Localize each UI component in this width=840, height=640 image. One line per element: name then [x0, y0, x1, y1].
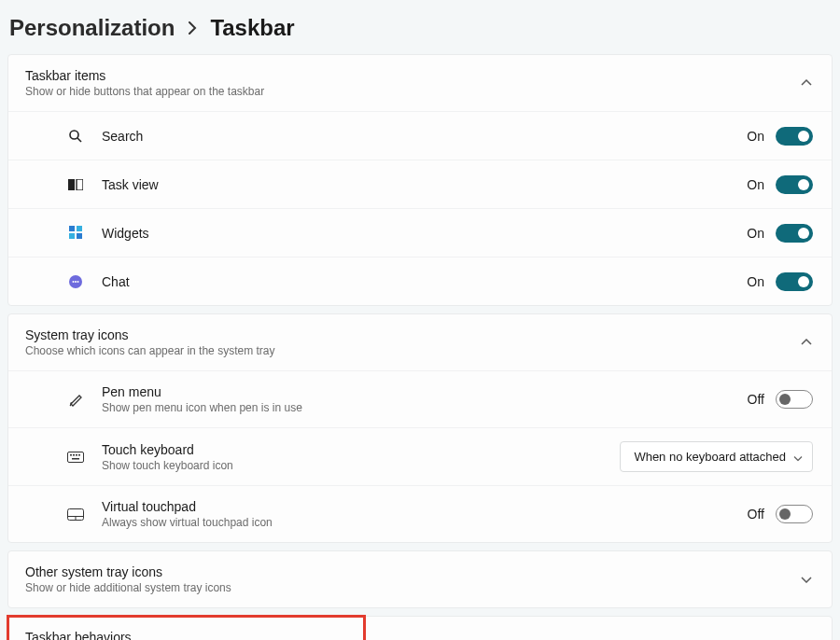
keyboard-icon	[66, 448, 85, 466]
row-subtitle: Show touch keyboard icon	[102, 459, 620, 472]
chevron-right-icon	[188, 20, 197, 39]
svg-point-9	[73, 281, 75, 283]
widgets-icon	[66, 224, 85, 243]
svg-rect-16	[78, 454, 80, 456]
row-subtitle: Show pen menu icon when pen is in use	[102, 401, 748, 414]
section-header-taskbar-items[interactable]: Taskbar items Show or hide buttons that …	[8, 55, 832, 111]
select-touch-keyboard[interactable]: When no keyboard attached	[620, 441, 813, 472]
row-task-view: Task view On	[8, 160, 832, 208]
section-system-tray: System tray icons Choose which icons can…	[7, 313, 833, 543]
row-search: Search On	[8, 111, 832, 160]
toggle-search[interactable]	[776, 127, 813, 146]
section-taskbar-items: Taskbar items Show or hide buttons that …	[7, 54, 833, 306]
svg-point-10	[75, 281, 77, 283]
svg-point-11	[77, 281, 79, 283]
row-touch-keyboard: Touch keyboard Show touch keyboard icon …	[8, 427, 832, 485]
section-subtitle: Show or hide buttons that appear on the …	[25, 85, 800, 98]
toggle-task-view[interactable]	[776, 175, 813, 194]
chevron-down-icon	[800, 573, 813, 586]
breadcrumb-current: Taskbar	[210, 15, 294, 41]
section-other-tray: Other system tray icons Show or hide add…	[7, 550, 833, 608]
section-header-taskbar-behaviors[interactable]: Taskbar behaviors Taskbar alignment, bad…	[8, 617, 832, 640]
svg-rect-7	[77, 233, 82, 239]
toggle-state: Off	[748, 507, 764, 522]
svg-line-1	[77, 138, 81, 142]
section-subtitle: Choose which icons can appear in the sys…	[25, 344, 800, 357]
search-icon	[66, 127, 85, 146]
row-virtual-touchpad: Virtual touchpad Always show virtual tou…	[8, 485, 832, 542]
svg-rect-4	[69, 226, 75, 231]
toggle-widgets[interactable]	[776, 224, 813, 243]
row-title: Search	[102, 129, 747, 144]
chevron-down-icon	[793, 450, 803, 464]
pen-icon	[66, 390, 85, 409]
svg-rect-5	[77, 226, 82, 231]
toggle-pen-menu[interactable]	[776, 390, 813, 409]
toggle-virtual-touchpad[interactable]	[776, 505, 813, 523]
breadcrumb: Personalization Taskbar	[7, 7, 833, 54]
section-subtitle: Show or hide additional system tray icon…	[25, 581, 800, 594]
svg-rect-14	[73, 454, 75, 456]
task-view-icon	[66, 175, 85, 194]
chevron-up-icon	[800, 336, 813, 349]
toggle-chat[interactable]	[776, 272, 813, 291]
select-value: When no keyboard attached	[634, 450, 786, 464]
row-title: Widgets	[102, 226, 747, 241]
toggle-state: On	[747, 129, 764, 144]
chat-icon	[66, 272, 85, 291]
svg-rect-13	[70, 454, 72, 456]
svg-rect-15	[76, 454, 77, 456]
svg-rect-2	[68, 179, 75, 190]
section-header-system-tray[interactable]: System tray icons Choose which icons can…	[8, 314, 832, 370]
row-title: Chat	[102, 274, 747, 289]
svg-point-0	[70, 131, 78, 139]
row-subtitle: Always show virtual touchpad icon	[102, 516, 748, 529]
svg-rect-17	[72, 458, 79, 460]
row-widgets: Widgets On	[8, 208, 832, 257]
row-pen-menu: Pen menu Show pen menu icon when pen is …	[8, 370, 832, 427]
toggle-state: On	[747, 177, 764, 192]
section-title: Other system tray icons	[25, 564, 800, 579]
row-chat: Chat On	[8, 257, 832, 305]
section-title: Taskbar behaviors	[25, 630, 800, 640]
row-title: Pen menu	[102, 384, 748, 399]
svg-rect-3	[77, 179, 83, 190]
section-taskbar-behaviors: Taskbar behaviors Taskbar alignment, bad…	[7, 616, 833, 640]
toggle-state: On	[747, 274, 764, 289]
toggle-state: Off	[748, 392, 764, 407]
section-title: System tray icons	[25, 327, 800, 342]
row-title: Virtual touchpad	[102, 499, 748, 514]
row-title: Task view	[102, 177, 747, 192]
toggle-state: On	[747, 226, 764, 241]
svg-rect-6	[69, 233, 75, 239]
chevron-up-icon	[800, 77, 813, 90]
section-title: Taskbar items	[25, 68, 800, 83]
svg-rect-12	[68, 452, 84, 462]
section-header-other-tray[interactable]: Other system tray icons Show or hide add…	[8, 551, 832, 607]
row-title: Touch keyboard	[102, 442, 620, 457]
touchpad-icon	[66, 505, 85, 523]
breadcrumb-parent[interactable]: Personalization	[9, 15, 175, 41]
